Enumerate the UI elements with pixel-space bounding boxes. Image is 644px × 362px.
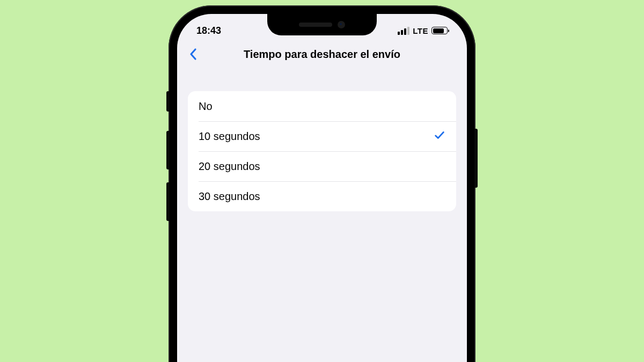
network-label: LTE (413, 26, 428, 35)
screen: 18:43 LTE Tiempo para deshacer el envío (177, 14, 467, 362)
phone-frame: 18:43 LTE Tiempo para deshacer el envío (169, 5, 475, 362)
undo-send-delay-options: No 10 segundos 20 segundos (188, 91, 456, 211)
status-indicators: LTE (398, 26, 448, 35)
side-buttons-left (166, 91, 170, 234)
battery-icon (431, 27, 448, 34)
option-label: 30 segundos (199, 190, 260, 203)
page-title: Tiempo para deshacer el envío (177, 48, 467, 61)
option-label: 20 segundos (199, 160, 260, 173)
content: No 10 segundos 20 segundos (177, 68, 467, 211)
check-icon (434, 129, 445, 144)
signal-icon (398, 27, 409, 35)
option-20-seconds[interactable]: 20 segundos (188, 151, 456, 181)
chevron-left-icon (189, 48, 197, 61)
nav-bar: Tiempo para deshacer el envío (177, 41, 467, 68)
option-10-seconds[interactable]: 10 segundos (188, 121, 456, 151)
option-no[interactable]: No (188, 91, 456, 121)
option-30-seconds[interactable]: 30 segundos (188, 181, 456, 211)
option-label: No (199, 100, 213, 113)
side-buttons-right (474, 129, 478, 188)
back-button[interactable] (184, 45, 203, 64)
option-label: 10 segundos (199, 130, 260, 143)
status-time: 18:43 (196, 25, 221, 36)
notch (267, 14, 377, 35)
